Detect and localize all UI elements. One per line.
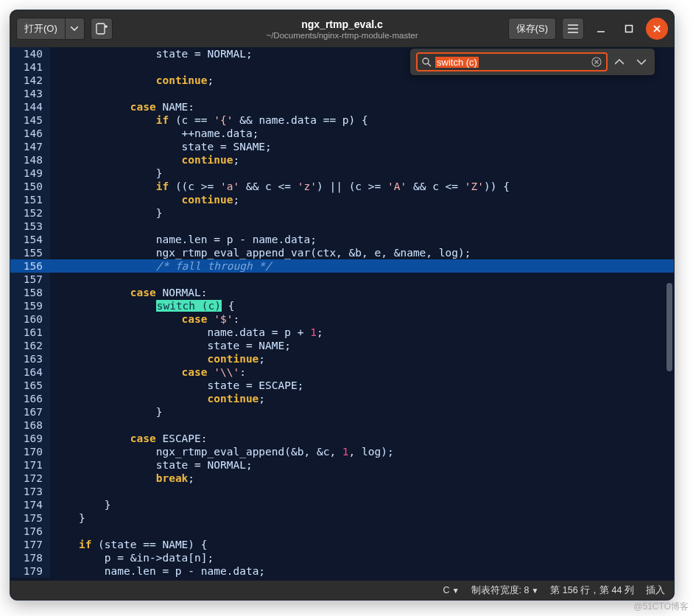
- code-text[interactable]: state = NAME;: [50, 339, 674, 352]
- code-line[interactable]: 156 /* fall through */: [10, 259, 674, 273]
- code-text[interactable]: break;: [50, 472, 674, 485]
- code-line[interactable]: 161 name.data = p + 1;: [10, 326, 674, 339]
- open-button[interactable]: 打开(O): [16, 18, 66, 40]
- code-text[interactable]: }: [50, 206, 674, 220]
- code-text[interactable]: state = SNAME;: [50, 140, 674, 153]
- clear-search-button[interactable]: [591, 57, 602, 67]
- find-prev-button[interactable]: [609, 52, 630, 72]
- minimize-button[interactable]: [590, 18, 612, 40]
- hamburger-menu-button[interactable]: [562, 18, 584, 40]
- code-text[interactable]: continue;: [50, 352, 674, 365]
- vertical-scrollbar[interactable]: [666, 283, 672, 371]
- code-text[interactable]: if (state == NAME) {: [50, 538, 674, 551]
- find-input[interactable]: switch (c): [435, 57, 479, 68]
- gutter-line-number: 152: [10, 206, 50, 220]
- status-position[interactable]: 第 156 行，第 44 列: [550, 584, 634, 597]
- code-line[interactable]: 165 state = ESCAPE;: [10, 379, 674, 392]
- code-line[interactable]: 179 name.len = p - name.data;: [10, 564, 674, 578]
- code-text[interactable]: switch (c) {: [50, 299, 674, 312]
- code-text[interactable]: state = NORMAL;: [50, 458, 674, 472]
- code-text[interactable]: if (c == '{' && name.data == p) {: [50, 113, 674, 127]
- code-line[interactable]: 155 ngx_rtmp_eval_append_var(ctx, &b, e,…: [10, 246, 674, 259]
- code-line[interactable]: 175 }: [10, 511, 674, 525]
- open-dropdown[interactable]: [66, 18, 85, 40]
- code-text[interactable]: continue;: [50, 193, 674, 206]
- code-text[interactable]: ngx_rtmp_eval_append(&b, &c, 1, log);: [50, 445, 674, 458]
- code-line[interactable]: 170 ngx_rtmp_eval_append(&b, &c, 1, log)…: [10, 445, 674, 458]
- code-text[interactable]: }: [50, 405, 674, 419]
- code-text[interactable]: }: [50, 498, 674, 511]
- code-text[interactable]: name.len = p - name.data;: [50, 233, 674, 246]
- status-tab-width[interactable]: 制表符宽度: 8▼: [471, 584, 539, 597]
- code-text[interactable]: if ((c >= 'a' && c <= 'z') || (c >= 'A' …: [50, 180, 674, 193]
- code-line[interactable]: 150 if ((c >= 'a' && c <= 'z') || (c >= …: [10, 180, 674, 193]
- find-next-button[interactable]: [631, 52, 652, 72]
- code-line[interactable]: 146 ++name.data;: [10, 127, 674, 140]
- gutter-line-number: 159: [10, 299, 50, 312]
- code-text[interactable]: [50, 87, 674, 100]
- close-button[interactable]: [646, 18, 668, 40]
- code-text[interactable]: case NAME:: [50, 100, 674, 113]
- new-tab-button[interactable]: [91, 18, 113, 40]
- code-line[interactable]: 159 switch (c) {: [10, 299, 674, 312]
- gutter-line-number: 167: [10, 405, 50, 419]
- code-text[interactable]: ngx_rtmp_eval_append_var(ctx, &b, e, &na…: [50, 246, 674, 259]
- code-line[interactable]: 152 }: [10, 206, 674, 220]
- code-line[interactable]: 148 continue;: [10, 153, 674, 167]
- status-language[interactable]: C▼: [443, 585, 460, 595]
- code-text[interactable]: p = &in->data[n];: [50, 551, 674, 564]
- code-line[interactable]: 154 name.len = p - name.data;: [10, 233, 674, 246]
- code-line[interactable]: 147 state = SNAME;: [10, 140, 674, 153]
- code-text[interactable]: /* fall through */: [50, 259, 674, 273]
- code-line[interactable]: 168: [10, 419, 674, 432]
- code-text[interactable]: [50, 273, 674, 286]
- code-text[interactable]: continue;: [50, 153, 674, 167]
- code-line[interactable]: 157: [10, 273, 674, 286]
- code-area[interactable]: 140 state = NORMAL;141142 continue;14314…: [10, 47, 674, 578]
- gutter-line-number: 143: [10, 87, 50, 100]
- save-button[interactable]: 保存(S): [508, 18, 556, 40]
- code-line[interactable]: 171 state = NORMAL;: [10, 458, 674, 472]
- gutter-line-number: 179: [10, 564, 50, 578]
- code-line[interactable]: 151 continue;: [10, 193, 674, 206]
- code-line[interactable]: 178 p = &in->data[n];: [10, 551, 674, 564]
- code-text[interactable]: continue;: [50, 74, 674, 87]
- code-text[interactable]: }: [50, 511, 674, 525]
- code-line[interactable]: 144 case NAME:: [10, 100, 674, 113]
- code-text[interactable]: }: [50, 167, 674, 180]
- code-line[interactable]: 169 case ESCAPE:: [10, 432, 674, 445]
- code-text[interactable]: [50, 525, 674, 538]
- code-editor[interactable]: 140 state = NORMAL;141142 continue;14314…: [10, 47, 674, 581]
- code-text[interactable]: [50, 220, 674, 233]
- code-line[interactable]: 167 }: [10, 405, 674, 419]
- code-line[interactable]: 177 if (state == NAME) {: [10, 538, 674, 551]
- code-line[interactable]: 145 if (c == '{' && name.data == p) {: [10, 113, 674, 127]
- code-line[interactable]: 142 continue;: [10, 74, 674, 87]
- code-line[interactable]: 158 case NORMAL:: [10, 286, 674, 299]
- code-text[interactable]: case ESCAPE:: [50, 432, 674, 445]
- code-line[interactable]: 162 state = NAME;: [10, 339, 674, 352]
- code-text[interactable]: case '\\':: [50, 365, 674, 379]
- code-line[interactable]: 143: [10, 87, 674, 100]
- code-line[interactable]: 164 case '\\':: [10, 365, 674, 379]
- code-line[interactable]: 160 case '$':: [10, 312, 674, 326]
- code-text[interactable]: name.len = p - name.data;: [50, 564, 674, 578]
- code-text[interactable]: state = ESCAPE;: [50, 379, 674, 392]
- code-line[interactable]: 153: [10, 220, 674, 233]
- code-line[interactable]: 176: [10, 525, 674, 538]
- code-text[interactable]: name.data = p + 1;: [50, 326, 674, 339]
- code-text[interactable]: ++name.data;: [50, 127, 674, 140]
- chevron-up-icon: [615, 59, 624, 65]
- code-line[interactable]: 166 continue;: [10, 392, 674, 405]
- code-line[interactable]: 172 break;: [10, 472, 674, 485]
- code-text[interactable]: continue;: [50, 392, 674, 405]
- code-line[interactable]: 174 }: [10, 498, 674, 511]
- code-text[interactable]: case NORMAL:: [50, 286, 674, 299]
- maximize-button[interactable]: [618, 18, 640, 40]
- code-text[interactable]: [50, 419, 674, 432]
- code-text[interactable]: [50, 485, 674, 498]
- code-line[interactable]: 173: [10, 485, 674, 498]
- code-line[interactable]: 149 }: [10, 167, 674, 180]
- code-line[interactable]: 163 continue;: [10, 352, 674, 365]
- code-text[interactable]: case '$':: [50, 312, 674, 326]
